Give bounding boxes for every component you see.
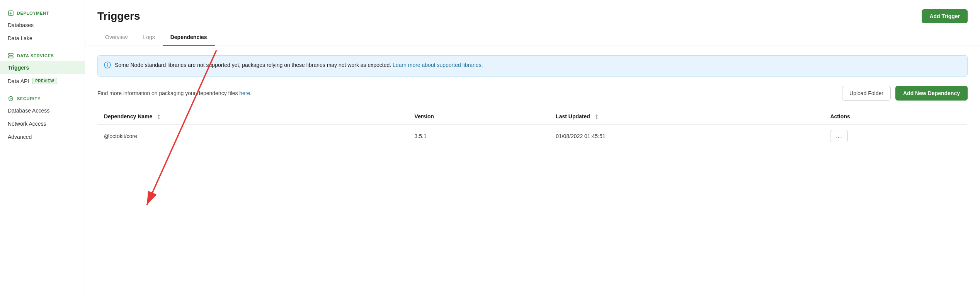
sidebar-section-data-services: DATA SERVICES [0, 49, 85, 61]
sidebar-item-advanced[interactable]: Advanced [0, 130, 85, 143]
here-link[interactable]: here. [239, 90, 252, 96]
tab-logs[interactable]: Logs [135, 29, 162, 46]
col-header-name: Dependency Name [98, 109, 408, 125]
sidebar-item-data-api[interactable]: Data API PREVIEW [0, 74, 85, 88]
tab-overview[interactable]: Overview [97, 29, 135, 46]
row-action-menu-button[interactable]: ... [830, 130, 847, 142]
main-wrapper: Triggers Add Trigger Overview Logs Depen… [85, 0, 980, 297]
sidebar-section-security: SECURITY [0, 92, 85, 104]
tab-dependencies[interactable]: Dependencies [163, 29, 215, 46]
row-actions: ... [824, 125, 967, 148]
info-banner-text: Some Node standard libraries are not sup… [115, 61, 483, 69]
dependencies-table: Dependency Name Version [97, 108, 968, 148]
security-icon [8, 96, 14, 102]
col-header-last-updated: Last Updated [550, 109, 824, 125]
col-header-version: Version [408, 109, 550, 125]
upload-folder-button[interactable]: Upload Folder [842, 86, 891, 101]
row-name: @octokit/core [98, 125, 408, 148]
sidebar-item-database-access[interactable]: Database Access [0, 104, 85, 117]
row-last-updated: 01/08/2022 01:45:51 [550, 125, 824, 148]
sidebar-item-network-access[interactable]: Network Access [0, 117, 85, 130]
preview-badge: PREVIEW [32, 78, 57, 84]
add-dependency-button[interactable]: Add New Dependency [895, 86, 968, 101]
data-services-icon [8, 53, 14, 59]
add-trigger-button[interactable]: Add Trigger [922, 9, 968, 23]
tabs: Overview Logs Dependencies [85, 29, 980, 46]
main-header: Triggers Add Trigger [85, 0, 980, 23]
sidebar-item-databases[interactable]: Databases [0, 19, 85, 32]
main-content: Triggers Add Trigger Overview Logs Depen… [85, 0, 980, 297]
sidebar-section-deployment: DEPLOYMENT [0, 6, 85, 19]
content-area: Some Node standard libraries are not sup… [85, 46, 980, 297]
sidebar: DEPLOYMENT Databases Data Lake DATA SERV… [0, 0, 85, 297]
svg-rect-2 [9, 56, 13, 58]
table-row: @octokit/core 3.5.1 01/08/2022 01:45:51 … [98, 125, 968, 148]
sidebar-item-triggers[interactable]: Triggers [0, 61, 85, 74]
table-header-row: Dependency Name Version [98, 109, 968, 125]
col-header-actions: Actions [824, 109, 967, 125]
description-row: Find more information on packaging your … [97, 86, 968, 101]
page-title: Triggers [97, 10, 140, 22]
sidebar-item-data-lake[interactable]: Data Lake [0, 32, 85, 45]
svg-point-4 [107, 63, 108, 64]
action-buttons: Upload Folder Add New Dependency [842, 86, 968, 101]
learn-more-link[interactable]: Learn more about supported libraries. [393, 62, 483, 68]
deployment-icon [8, 10, 14, 16]
info-banner: Some Node standard libraries are not sup… [97, 55, 968, 77]
info-icon [104, 61, 111, 71]
description-text: Find more information on packaging your … [97, 90, 252, 96]
sort-icon-name [156, 114, 162, 119]
row-version: 3.5.1 [408, 125, 550, 148]
sort-icon-updated [594, 114, 599, 119]
svg-rect-1 [9, 53, 13, 55]
